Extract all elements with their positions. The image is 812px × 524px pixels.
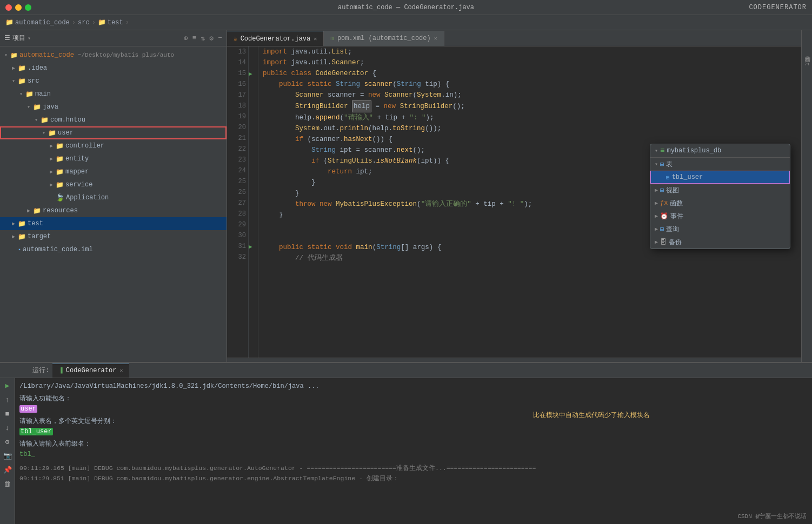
pin-button[interactable]: 📌 bbox=[2, 465, 13, 475]
breadcrumb-item-test[interactable]: 📁 test bbox=[98, 18, 123, 26]
terminal-debug1: 09:11:29.165 [main] DEBUG com.baomidou.m… bbox=[19, 463, 808, 473]
folder-icon: 📁 bbox=[33, 103, 41, 111]
tree-item-test[interactable]: ▶ 📁 test bbox=[0, 217, 227, 230]
stop-button[interactable]: ■ bbox=[2, 408, 13, 419]
breadcrumb-item-autocode[interactable]: 📁 automatic_code bbox=[5, 18, 70, 26]
tree-item-main[interactable]: ▾ 📁 main bbox=[0, 88, 227, 100]
db-view-group[interactable]: ▶ ⊞ 视图 bbox=[650, 184, 790, 197]
sidebar-icons[interactable]: ⊕ ≡ ⇅ ⚙ − bbox=[184, 34, 222, 43]
horizontal-scrollbar[interactable] bbox=[227, 358, 801, 362]
folder-icon: 📁 bbox=[56, 168, 64, 176]
tree-item-application[interactable]: ▶ 🍃 Application bbox=[0, 191, 227, 204]
collapse-icon[interactable]: ≡ bbox=[192, 34, 197, 43]
scroll-down-button[interactable]: ↓ bbox=[2, 422, 13, 433]
db-tbl-user[interactable]: ⊞ tbl_user bbox=[650, 171, 790, 184]
bottom-panel: 运行: ▐ CodeGenerator ✕ ▶ ↑ ■ ↓ ⚙ 📷 📌 🗑 /L… bbox=[0, 362, 812, 524]
terminal-line-table-input: tbl_user bbox=[19, 427, 808, 437]
app-name: CODEGENERATOR bbox=[749, 4, 807, 11]
folder-icon: 📁 bbox=[33, 207, 41, 215]
query-icon: ⊞ bbox=[660, 225, 664, 233]
folder-icon: 📁 bbox=[10, 52, 18, 59]
tree-item-com-hntou[interactable]: ▾ 📁 com.hntou bbox=[0, 113, 227, 126]
folder-icon: 📁 bbox=[56, 181, 64, 189]
tree-item-controller[interactable]: ▶ 📁 controller bbox=[0, 139, 227, 152]
terminal-note: 比在模块中自动生成代码少了输入模块名 bbox=[533, 411, 650, 421]
camera-button[interactable]: 📷 bbox=[2, 451, 13, 461]
breadcrumb-item-src[interactable]: src bbox=[78, 19, 90, 26]
code-editor: 1314151617 1819202122 2324252627 2829303… bbox=[227, 46, 801, 358]
folder-icon: 📁 bbox=[18, 64, 26, 72]
main-area: ☰ 项目 ▾ ⊕ ≡ ⇅ ⚙ − ▾ 📁 automatic_code ~/De… bbox=[0, 30, 812, 362]
csdn-watermark: CSDN @宁愿一生都不说话 bbox=[737, 512, 807, 522]
close-tab-icon2[interactable]: ✕ bbox=[434, 35, 437, 42]
sort-icon[interactable]: ⇅ bbox=[201, 34, 205, 43]
db-query-group[interactable]: ▶ ⊞ 查询 bbox=[650, 223, 790, 236]
db-table-group[interactable]: ▾ ⊞ 表 bbox=[650, 158, 790, 171]
db-func-group[interactable]: ▶ ƒx 函数 bbox=[650, 197, 790, 210]
locate-icon[interactable]: ⊕ bbox=[184, 34, 188, 43]
run-toolbar: ▶ ↑ ■ ↓ ⚙ 📷 📌 🗑 bbox=[0, 378, 15, 524]
table-icon: ⊞ bbox=[666, 174, 670, 181]
tree-item-entity[interactable]: ▶ 📁 entity bbox=[0, 152, 227, 165]
db-icon: ≡ bbox=[660, 146, 664, 155]
code-line: StringBuilder help = new StringBuilder()… bbox=[263, 100, 797, 112]
minimize-button[interactable] bbox=[15, 4, 22, 11]
run-tab-codegenerator[interactable]: ▐ CodeGenerator ✕ bbox=[52, 364, 129, 378]
settings-icon[interactable]: ⚙ bbox=[209, 34, 214, 43]
close-run-tab[interactable]: ✕ bbox=[119, 367, 123, 374]
tree-item-src[interactable]: ▾ 📁 src bbox=[0, 75, 227, 88]
xml-icon: m bbox=[330, 35, 334, 42]
file-tree: ▾ 📁 automatic_code ~/Desktop/mybatis_plu… bbox=[0, 46, 227, 362]
db-event-group[interactable]: ▶ ⏰ 事件 bbox=[650, 210, 790, 223]
bottom-tabs: 运行: ▐ CodeGenerator ✕ bbox=[0, 363, 812, 378]
terminal-output[interactable]: /Library/Java/JavaVirtualMachines/jdk1.8… bbox=[15, 378, 812, 524]
gutter: ▶ ▶ bbox=[249, 46, 258, 358]
close-sidebar-icon[interactable]: − bbox=[218, 34, 222, 43]
tree-item-idea[interactable]: ▶ 📁 .idea bbox=[0, 62, 227, 75]
tab-codegenerator[interactable]: ☕ CodeGenerator.java ✕ bbox=[227, 31, 324, 46]
bottom-content: ▶ ↑ ■ ↓ ⚙ 📷 📌 🗑 /Library/Java/JavaVirtua… bbox=[0, 378, 812, 524]
tree-item-user[interactable]: ▾ 📁 user bbox=[0, 126, 227, 139]
code-line: System.out.println(help.toString()); bbox=[263, 123, 797, 134]
rs-git[interactable]: Git bbox=[804, 56, 810, 66]
close-tab-icon[interactable]: ✕ bbox=[314, 36, 317, 42]
tree-item-target[interactable]: ▶ 📁 target bbox=[0, 230, 227, 243]
terminal-line-path: /Library/Java/JavaVirtualMachines/jdk1.8… bbox=[19, 381, 808, 392]
folder-icon: 📁 bbox=[98, 18, 106, 26]
sidebar: ☰ 项目 ▾ ⊕ ≡ ⇅ ⚙ − ▾ 📁 automatic_code ~/De… bbox=[0, 30, 227, 362]
breadcrumb: 📁 automatic_code › src › 📁 test › bbox=[0, 15, 812, 30]
tree-item-mapper[interactable]: ▶ 📁 mapper bbox=[0, 165, 227, 178]
run-icon: ▐ bbox=[59, 367, 63, 374]
run-label: 运行: bbox=[32, 366, 49, 375]
db-popup-header: ▾ ≡ mybatisplus_db bbox=[650, 144, 790, 158]
tree-item-java[interactable]: ▾ 📁 java bbox=[0, 100, 227, 113]
file-icon: ▪ bbox=[18, 247, 21, 253]
db-backup-group[interactable]: ▶ 🗄 备份 bbox=[650, 236, 790, 248]
editor-area: ☕ CodeGenerator.java ✕ m pom.xml (automa… bbox=[227, 30, 801, 362]
maximize-button[interactable] bbox=[25, 4, 31, 11]
view-icon: ⊞ bbox=[660, 186, 664, 194]
spring-icon: 🍃 bbox=[56, 193, 64, 202]
table-group-icon: ⊞ bbox=[660, 160, 664, 169]
tree-item-autocode[interactable]: ▾ 📁 automatic_code ~/Desktop/mybatis_plu… bbox=[0, 49, 227, 62]
close-button[interactable] bbox=[5, 4, 12, 11]
trash-button[interactable]: 🗑 bbox=[2, 479, 13, 489]
terminal-line-label2: 请输入表名，多个英文逗号分别： bbox=[19, 416, 808, 427]
sidebar-header: ☰ 项目 ▾ ⊕ ≡ ⇅ ⚙ − bbox=[0, 30, 227, 46]
scroll-up-button[interactable]: ↑ bbox=[2, 394, 13, 405]
right-sidebar: 结构 Git bbox=[801, 30, 812, 362]
folder-icon: 📁 bbox=[48, 129, 56, 137]
code-line: if (scanner.hasNext()) { bbox=[263, 134, 797, 145]
code-line: help.append("请输入" + tip + ": "); bbox=[263, 112, 797, 123]
settings-button[interactable]: ⚙ bbox=[2, 436, 13, 447]
editor-tabs: ☕ CodeGenerator.java ✕ m pom.xml (automa… bbox=[227, 30, 801, 46]
run-button[interactable]: ▶ bbox=[2, 380, 13, 391]
func-icon: ƒx bbox=[660, 199, 668, 207]
tree-item-iml[interactable]: ▶ ▪ automatic_code.iml bbox=[0, 243, 227, 256]
code-line: // 代码生成器 bbox=[263, 253, 797, 264]
user-input-highlight: user bbox=[19, 405, 37, 413]
expand-arrow[interactable]: ▾ bbox=[655, 147, 658, 154]
tree-item-service[interactable]: ▶ 📁 service bbox=[0, 178, 227, 191]
tab-pomxml[interactable]: m pom.xml (automatic_code) ✕ bbox=[324, 31, 444, 46]
tree-item-resources[interactable]: ▶ 📁 resources bbox=[0, 204, 227, 217]
